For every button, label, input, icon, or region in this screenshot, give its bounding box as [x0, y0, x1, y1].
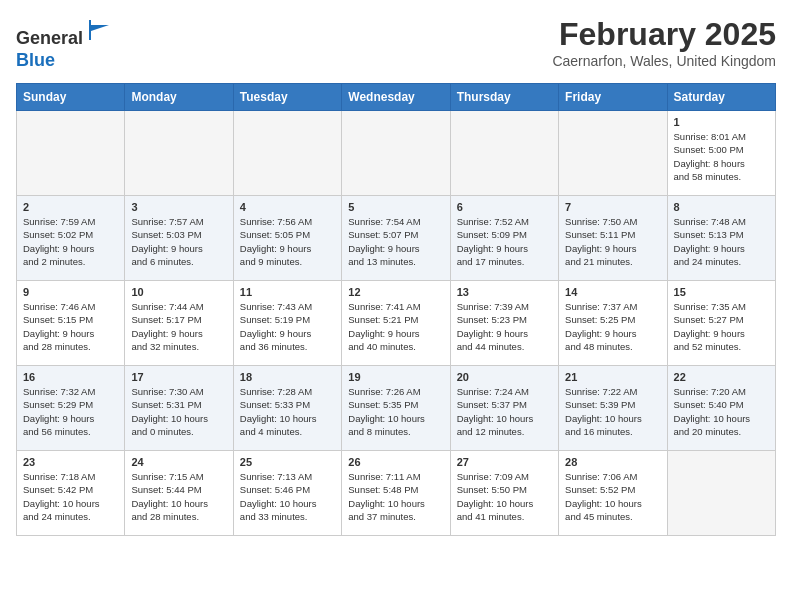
calendar-cell: 22Sunrise: 7:20 AM Sunset: 5:40 PM Dayli… [667, 366, 775, 451]
day-detail: Sunrise: 7:13 AM Sunset: 5:46 PM Dayligh… [240, 470, 335, 523]
day-number: 7 [565, 201, 660, 213]
calendar-cell: 1Sunrise: 8:01 AM Sunset: 5:00 PM Daylig… [667, 111, 775, 196]
calendar-week-row: 2Sunrise: 7:59 AM Sunset: 5:02 PM Daylig… [17, 196, 776, 281]
day-of-week-header: Monday [125, 84, 233, 111]
day-number: 18 [240, 371, 335, 383]
calendar-cell: 14Sunrise: 7:37 AM Sunset: 5:25 PM Dayli… [559, 281, 667, 366]
logo: General Blue [16, 16, 113, 71]
day-detail: Sunrise: 8:01 AM Sunset: 5:00 PM Dayligh… [674, 130, 769, 183]
day-number: 15 [674, 286, 769, 298]
month-year: February 2025 [552, 16, 776, 53]
day-detail: Sunrise: 7:43 AM Sunset: 5:19 PM Dayligh… [240, 300, 335, 353]
calendar-cell: 27Sunrise: 7:09 AM Sunset: 5:50 PM Dayli… [450, 451, 558, 536]
calendar-week-row: 16Sunrise: 7:32 AM Sunset: 5:29 PM Dayli… [17, 366, 776, 451]
calendar-cell: 9Sunrise: 7:46 AM Sunset: 5:15 PM Daylig… [17, 281, 125, 366]
calendar-cell: 20Sunrise: 7:24 AM Sunset: 5:37 PM Dayli… [450, 366, 558, 451]
day-number: 19 [348, 371, 443, 383]
day-detail: Sunrise: 7:28 AM Sunset: 5:33 PM Dayligh… [240, 385, 335, 438]
calendar-cell: 23Sunrise: 7:18 AM Sunset: 5:42 PM Dayli… [17, 451, 125, 536]
day-number: 5 [348, 201, 443, 213]
calendar-week-row: 9Sunrise: 7:46 AM Sunset: 5:15 PM Daylig… [17, 281, 776, 366]
day-detail: Sunrise: 7:24 AM Sunset: 5:37 PM Dayligh… [457, 385, 552, 438]
calendar-week-row: 1Sunrise: 8:01 AM Sunset: 5:00 PM Daylig… [17, 111, 776, 196]
calendar-cell: 25Sunrise: 7:13 AM Sunset: 5:46 PM Dayli… [233, 451, 341, 536]
day-detail: Sunrise: 7:26 AM Sunset: 5:35 PM Dayligh… [348, 385, 443, 438]
calendar-cell: 5Sunrise: 7:54 AM Sunset: 5:07 PM Daylig… [342, 196, 450, 281]
day-number: 20 [457, 371, 552, 383]
day-number: 9 [23, 286, 118, 298]
day-number: 2 [23, 201, 118, 213]
day-number: 8 [674, 201, 769, 213]
logo-flag-icon [85, 16, 113, 44]
day-number: 25 [240, 456, 335, 468]
calendar-cell: 2Sunrise: 7:59 AM Sunset: 5:02 PM Daylig… [17, 196, 125, 281]
title-block: February 2025 Caernarfon, Wales, United … [552, 16, 776, 69]
calendar-cell: 10Sunrise: 7:44 AM Sunset: 5:17 PM Dayli… [125, 281, 233, 366]
calendar-cell [342, 111, 450, 196]
calendar-cell [450, 111, 558, 196]
logo-blue: Blue [16, 50, 55, 70]
day-number: 28 [565, 456, 660, 468]
day-detail: Sunrise: 7:39 AM Sunset: 5:23 PM Dayligh… [457, 300, 552, 353]
day-detail: Sunrise: 7:06 AM Sunset: 5:52 PM Dayligh… [565, 470, 660, 523]
calendar-header-row: SundayMondayTuesdayWednesdayThursdayFrid… [17, 84, 776, 111]
calendar-cell: 24Sunrise: 7:15 AM Sunset: 5:44 PM Dayli… [125, 451, 233, 536]
day-detail: Sunrise: 7:09 AM Sunset: 5:50 PM Dayligh… [457, 470, 552, 523]
day-of-week-header: Saturday [667, 84, 775, 111]
day-of-week-header: Thursday [450, 84, 558, 111]
day-number: 16 [23, 371, 118, 383]
calendar-cell [17, 111, 125, 196]
calendar-cell: 28Sunrise: 7:06 AM Sunset: 5:52 PM Dayli… [559, 451, 667, 536]
calendar-cell: 13Sunrise: 7:39 AM Sunset: 5:23 PM Dayli… [450, 281, 558, 366]
day-detail: Sunrise: 7:44 AM Sunset: 5:17 PM Dayligh… [131, 300, 226, 353]
calendar-cell [125, 111, 233, 196]
day-number: 23 [23, 456, 118, 468]
day-number: 3 [131, 201, 226, 213]
calendar-week-row: 23Sunrise: 7:18 AM Sunset: 5:42 PM Dayli… [17, 451, 776, 536]
day-detail: Sunrise: 7:52 AM Sunset: 5:09 PM Dayligh… [457, 215, 552, 268]
day-of-week-header: Tuesday [233, 84, 341, 111]
day-number: 13 [457, 286, 552, 298]
day-detail: Sunrise: 7:59 AM Sunset: 5:02 PM Dayligh… [23, 215, 118, 268]
calendar-cell: 11Sunrise: 7:43 AM Sunset: 5:19 PM Dayli… [233, 281, 341, 366]
day-number: 22 [674, 371, 769, 383]
day-of-week-header: Friday [559, 84, 667, 111]
calendar-cell: 17Sunrise: 7:30 AM Sunset: 5:31 PM Dayli… [125, 366, 233, 451]
calendar-cell: 21Sunrise: 7:22 AM Sunset: 5:39 PM Dayli… [559, 366, 667, 451]
day-number: 14 [565, 286, 660, 298]
calendar-cell: 6Sunrise: 7:52 AM Sunset: 5:09 PM Daylig… [450, 196, 558, 281]
day-detail: Sunrise: 7:57 AM Sunset: 5:03 PM Dayligh… [131, 215, 226, 268]
day-detail: Sunrise: 7:56 AM Sunset: 5:05 PM Dayligh… [240, 215, 335, 268]
day-detail: Sunrise: 7:32 AM Sunset: 5:29 PM Dayligh… [23, 385, 118, 438]
calendar-cell: 8Sunrise: 7:48 AM Sunset: 5:13 PM Daylig… [667, 196, 775, 281]
day-of-week-header: Sunday [17, 84, 125, 111]
calendar-table: SundayMondayTuesdayWednesdayThursdayFrid… [16, 83, 776, 536]
calendar-cell [559, 111, 667, 196]
day-detail: Sunrise: 7:22 AM Sunset: 5:39 PM Dayligh… [565, 385, 660, 438]
day-detail: Sunrise: 7:18 AM Sunset: 5:42 PM Dayligh… [23, 470, 118, 523]
day-number: 27 [457, 456, 552, 468]
day-detail: Sunrise: 7:35 AM Sunset: 5:27 PM Dayligh… [674, 300, 769, 353]
day-detail: Sunrise: 7:20 AM Sunset: 5:40 PM Dayligh… [674, 385, 769, 438]
page-header: General Blue February 2025 Caernarfon, W… [16, 16, 776, 71]
day-number: 4 [240, 201, 335, 213]
calendar-cell [233, 111, 341, 196]
calendar-cell: 19Sunrise: 7:26 AM Sunset: 5:35 PM Dayli… [342, 366, 450, 451]
day-of-week-header: Wednesday [342, 84, 450, 111]
logo-general: General [16, 28, 83, 48]
calendar-cell: 4Sunrise: 7:56 AM Sunset: 5:05 PM Daylig… [233, 196, 341, 281]
day-number: 10 [131, 286, 226, 298]
calendar-cell: 7Sunrise: 7:50 AM Sunset: 5:11 PM Daylig… [559, 196, 667, 281]
day-detail: Sunrise: 7:41 AM Sunset: 5:21 PM Dayligh… [348, 300, 443, 353]
day-number: 6 [457, 201, 552, 213]
day-number: 1 [674, 116, 769, 128]
calendar-cell [667, 451, 775, 536]
calendar-cell: 15Sunrise: 7:35 AM Sunset: 5:27 PM Dayli… [667, 281, 775, 366]
calendar-cell: 26Sunrise: 7:11 AM Sunset: 5:48 PM Dayli… [342, 451, 450, 536]
calendar-cell: 12Sunrise: 7:41 AM Sunset: 5:21 PM Dayli… [342, 281, 450, 366]
day-number: 24 [131, 456, 226, 468]
day-detail: Sunrise: 7:46 AM Sunset: 5:15 PM Dayligh… [23, 300, 118, 353]
day-number: 12 [348, 286, 443, 298]
day-detail: Sunrise: 7:50 AM Sunset: 5:11 PM Dayligh… [565, 215, 660, 268]
day-detail: Sunrise: 7:15 AM Sunset: 5:44 PM Dayligh… [131, 470, 226, 523]
